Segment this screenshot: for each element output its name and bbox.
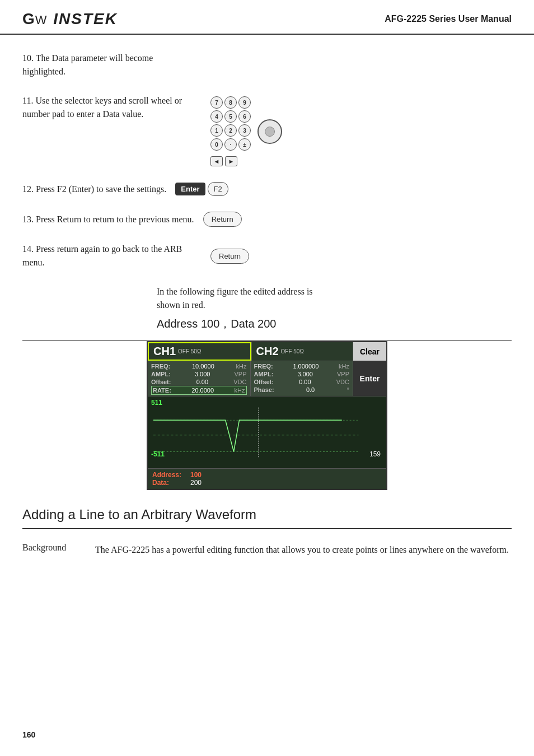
step-14: 14. Press return again to go back to the… xyxy=(22,242,512,269)
ch1-offset-row: Offset: 0.00 VDC xyxy=(151,378,247,386)
ch2-phase-value: 0.0 xyxy=(306,386,315,393)
address-label: Address: xyxy=(152,471,186,479)
step-14-desc: Press return again to go back to the ARB… xyxy=(22,244,182,267)
bg-text: The AFG-2225 has a powerful editing func… xyxy=(95,543,512,557)
return-button-14-image: Return xyxy=(210,249,249,264)
section-heading: Adding a Line to an Arbitrary Waveform xyxy=(22,507,512,529)
keypad-wrap: 7 8 9 4 5 6 1 2 3 0 · ± ◄ xyxy=(210,96,282,166)
ch2-block: CH2 OFF 50Ω xyxy=(252,342,353,361)
step-11-num: 11. xyxy=(22,96,35,105)
waveform-display: 511 -511 159 xyxy=(148,396,386,469)
key-2: 2 xyxy=(224,124,237,137)
note-paragraph: In the following figure the edited addre… xyxy=(157,285,512,312)
ch1-label: CH1 xyxy=(153,345,176,358)
scroll-wheel xyxy=(257,119,282,144)
ch1-ampl-unit: VPP xyxy=(234,371,246,377)
ch2-offset-value: 0.00 xyxy=(299,379,311,385)
step-12: 12. Press F2 (Enter) to save the setting… xyxy=(22,182,512,196)
manual-title: AFG-2225 Series User Manual xyxy=(385,14,512,24)
key-5: 5 xyxy=(224,110,237,123)
ch2-freq-unit: kHz xyxy=(339,363,349,370)
enter-f2-image: Enter F2 xyxy=(175,182,228,196)
bg-label: Background xyxy=(22,543,78,557)
device-panel-wrap: CH1 OFF 50Ω CH2 OFF 50Ω Clear FREQ: 10.0… xyxy=(22,341,512,490)
logo: GW INSTEK xyxy=(22,10,118,28)
step-10-num: 10. xyxy=(22,53,34,63)
clear-button[interactable]: Clear xyxy=(353,342,386,361)
step-14-text: 14. Press return again to go back to the… xyxy=(22,244,182,267)
ch2-ampl-row: AMPL: 3.000 VPP xyxy=(254,370,350,378)
key-0: 0 xyxy=(210,138,223,151)
ch2-params: FREQ: 1.000000 kHz AMPL: 3.000 VPP Offse… xyxy=(251,361,353,396)
panel-header: CH1 OFF 50Ω CH2 OFF 50Ω Clear xyxy=(148,342,386,361)
page-number: 160 xyxy=(22,730,35,739)
ch2-ampl-label: AMPL: xyxy=(254,371,274,377)
key-1: 1 xyxy=(210,124,223,137)
step-13-desc: Press Return to return to the previous m… xyxy=(36,214,194,224)
key-6: 6 xyxy=(238,110,251,123)
step-11-desc: Use the selector keys and scroll wheel o… xyxy=(22,96,182,119)
ch1-freq-unit: kHz xyxy=(236,363,247,370)
section-title: Adding a Line to an Arbitrary Waveform xyxy=(22,507,512,522)
step-12-text: 12. Press F2 (Enter) to save the setting… xyxy=(22,184,166,194)
keypad-side: 7 8 9 4 5 6 1 2 3 0 · ± ◄ xyxy=(210,96,251,166)
step-10-desc: The Data parameter will become highlight… xyxy=(22,53,153,76)
keypad-image: 7 8 9 4 5 6 1 2 3 0 · ± ◄ xyxy=(210,96,282,166)
ch2-status: OFF 50Ω xyxy=(281,348,304,354)
step-13: 13. Press Return to return to the previo… xyxy=(22,212,512,227)
ch2-offset-unit: VDC xyxy=(336,379,349,385)
data-label: Data: xyxy=(152,479,186,487)
ch1-block: CH1 OFF 50Ω xyxy=(148,342,251,361)
ch2-offset-label: Offset: xyxy=(254,379,274,385)
enter-side-button[interactable]: Enter xyxy=(353,361,386,396)
return-button-14: Return xyxy=(210,249,249,264)
ch1-params: FREQ: 10.0000 kHz AMPL: 3.000 VPP Offset… xyxy=(148,361,250,396)
return-button-13: Return xyxy=(203,212,242,227)
step-13-num: 13. xyxy=(22,214,36,224)
ch1-ampl-value: 3.000 xyxy=(195,371,210,377)
step-12-desc: Press F2 (Enter) to save the settings. xyxy=(36,184,166,194)
background-row: Background The AFG-2225 has a powerful e… xyxy=(22,543,512,557)
param-rows: FREQ: 10.0000 kHz AMPL: 3.000 VPP Offset… xyxy=(148,361,386,396)
ch2-label: CH2 xyxy=(256,345,279,358)
panel-bottom: Address: 100 Data: 200 xyxy=(148,469,386,489)
ch2-phase-label: Phase: xyxy=(254,386,274,393)
ch1-freq-value: 10.0000 xyxy=(192,363,214,370)
data-value: 200 xyxy=(190,479,202,487)
key-7: 7 xyxy=(210,96,223,109)
address-data-line: Address 100，Data 200 xyxy=(157,316,512,332)
key-dot: · xyxy=(224,138,237,151)
wf-top-label: 511 xyxy=(151,399,162,407)
note-line2: shown in red. xyxy=(157,300,205,310)
key-3: 3 xyxy=(238,124,251,137)
ch1-freq-row: FREQ: 10.0000 kHz xyxy=(151,362,247,370)
step-11-text: 11. Use the selector keys and scroll whe… xyxy=(22,96,182,119)
address-value: 100 xyxy=(190,471,202,479)
left-arrow-key: ◄ xyxy=(210,156,223,166)
step-12-num: 12. xyxy=(22,184,36,194)
wf-right-label: 159 xyxy=(369,450,381,458)
page-header: GW INSTEK AFG-2225 Series User Manual xyxy=(0,0,534,35)
step-13-text: 13. Press Return to return to the previo… xyxy=(22,214,194,224)
step-10: 10. The Data parameter will become highl… xyxy=(22,52,512,78)
enter-button-icon: Enter xyxy=(175,183,205,195)
ch1-freq-label: FREQ: xyxy=(151,363,170,370)
scroll-inner xyxy=(265,127,275,137)
main-content: 10. The Data parameter will become highl… xyxy=(0,35,534,574)
ch1-offset-value: 0.00 xyxy=(196,379,208,385)
arrow-keys: ◄ ► xyxy=(210,156,237,166)
return-button-13-image: Return xyxy=(203,212,242,227)
key-8: 8 xyxy=(224,96,237,109)
key-pm: ± xyxy=(238,138,251,151)
key-9: 9 xyxy=(238,96,251,109)
ch2-freq-row: FREQ: 1.000000 kHz xyxy=(254,362,350,370)
data-row: Data: 200 xyxy=(152,479,382,487)
ch1-status: OFF 50Ω xyxy=(178,348,201,354)
ch1-ampl-label: AMPL: xyxy=(151,371,171,377)
ch1-ampl-row: AMPL: 3.000 VPP xyxy=(151,370,247,378)
ch1-rate-value: 20.0000 xyxy=(191,387,214,394)
step-11: 11. Use the selector keys and scroll whe… xyxy=(22,94,512,166)
ch2-offset-row: Offset: 0.00 VDC xyxy=(254,378,350,386)
step-10-text: 10. The Data parameter will become highl… xyxy=(22,52,179,78)
waveform-svg xyxy=(148,396,386,468)
